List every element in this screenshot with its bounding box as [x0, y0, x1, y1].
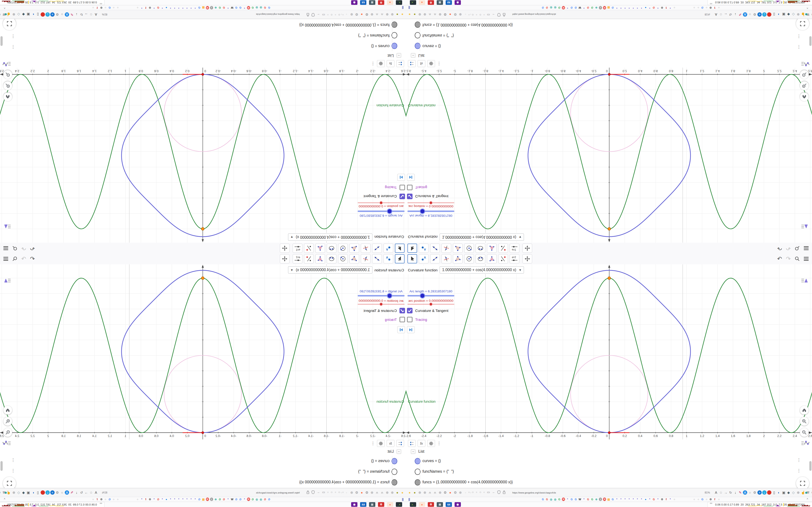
bookmark-favicon[interactable]: Я — [562, 6, 565, 9]
globe-icon[interactable]: ⊕ — [385, 12, 389, 17]
bookmark-favicon[interactable]: ● — [644, 6, 647, 9]
record-icon[interactable] — [41, 12, 45, 17]
redo-icon[interactable]: ↷ — [21, 256, 26, 262]
bookmark-favicon[interactable]: G — [222, 6, 225, 9]
back-icon[interactable]: ← — [492, 490, 495, 494]
screenshot-app-icon[interactable]: ▣ — [437, 502, 443, 507]
fullscreen-button[interactable] — [796, 477, 809, 490]
headset-icon[interactable]: ∩ — [375, 490, 379, 495]
slider-tool-button[interactable]: a=2 — [510, 243, 519, 253]
arc-length-slider-thumb[interactable] — [420, 293, 425, 299]
tab-dot-icon[interactable]: ○ — [476, 491, 477, 494]
row-kebab-icon[interactable]: ⋮ — [11, 459, 15, 461]
bookmark-favicon[interactable]: G — [235, 498, 238, 501]
scrollbar-thumb[interactable] — [809, 461, 812, 471]
bookmark-favicon[interactable]: ⚙ — [100, 6, 103, 9]
zoom-level-indicator[interactable]: 81% — [102, 13, 107, 16]
polygon-tool-button[interactable] — [349, 243, 359, 253]
box-icon[interactable]: ▣ — [26, 12, 31, 17]
system-monitor[interactable]: ˄˄ 0.06 0.00 0.17 0.89 20 263 721 34 187… — [708, 0, 812, 5]
bookmark-favicon[interactable]: G — [541, 498, 545, 501]
tab-dot-icon[interactable]: ○ — [484, 491, 485, 494]
tab-dot-icon[interactable]: ○ — [468, 491, 469, 494]
tracing-checkbox[interactable] — [407, 317, 412, 322]
forward-icon[interactable]: → — [84, 490, 89, 495]
globe-icon[interactable]: ⊕ — [423, 490, 427, 495]
chevron-down-icon[interactable]: ▼ — [290, 235, 293, 239]
zoom-level-indicator[interactable]: 81% — [705, 13, 710, 16]
firefox-icon[interactable]: ● — [448, 12, 452, 17]
search-icon[interactable] — [12, 245, 17, 251]
move-view-tool-button[interactable] — [522, 243, 532, 253]
faded-icon[interactable]: ▫ — [344, 490, 349, 495]
down-circle-icon[interactable]: ↓ — [762, 490, 767, 495]
arc-position-slider-thumb[interactable] — [379, 302, 383, 306]
graphics-canvas[interactable]: -2.6-2.4-2.2-2-1.8-1.6-1.4-1.2-1-0.8-0.6… — [0, 264, 406, 439]
menu-icon[interactable] — [804, 245, 809, 251]
headset-icon[interactable]: ∩ — [375, 12, 379, 17]
bookmark-favicon[interactable]: * — [190, 498, 193, 501]
tab-circle-icon[interactable]: ○ — [479, 490, 481, 494]
bookmark-favicon[interactable]: G — [574, 6, 577, 9]
bookmark-favicon[interactable]: ○ — [717, 498, 720, 501]
function-input-value[interactable]: 1.000000000000 + cos(4.000000000000 x) — [296, 268, 370, 272]
record-icon[interactable] — [767, 490, 771, 495]
line-tool-button[interactable] — [430, 243, 440, 253]
graphics-canvas[interactable]: -2.6-2.4-2.2-2-1.8-1.6-1.4-1.2-1-0.8-0.6… — [406, 68, 812, 243]
balloon-icon[interactable]: ● — [400, 12, 405, 17]
gear-icon[interactable]: ⚙ — [355, 490, 359, 495]
algebra-row-curves[interactable]: curves = {} ⋮ — [0, 40, 406, 51]
url-field[interactable]: https://www.geogebra.org/classic/aagcxh3… — [256, 13, 300, 15]
circle-tool-button[interactable] — [338, 243, 348, 253]
bookmark-favicon[interactable]: * — [615, 6, 618, 9]
visibility-marble[interactable] — [392, 479, 397, 486]
capsule-icon[interactable]: ○ — [60, 12, 64, 17]
bookmark-favicon[interactable]: ◎ — [554, 498, 557, 501]
trash-icon[interactable]: ▯ — [36, 12, 40, 17]
globe-color-icon[interactable]: ◐ — [777, 490, 781, 495]
terminal-app-icon[interactable]: >_ — [410, 0, 416, 5]
tab-circle-icon[interactable]: ○ — [338, 13, 340, 17]
perpendicular-tool-button[interactable] — [361, 243, 370, 253]
bookmark-favicon[interactable]: ○ — [693, 6, 696, 9]
bookmark-favicon[interactable]: * — [185, 6, 189, 9]
bookmark-favicon[interactable]: G — [591, 498, 594, 501]
tree-view-button[interactable] — [396, 60, 404, 67]
bookmark-favicon[interactable]: ○ — [717, 6, 720, 9]
down-circle-icon[interactable]: ↓ — [762, 12, 767, 17]
ellipse-tool-button[interactable] — [327, 254, 337, 264]
bookmark-favicon[interactable]: ◎ — [255, 498, 258, 501]
bookmark-favicon[interactable]: * — [226, 498, 230, 501]
screenshot-app-icon[interactable]: ▣ — [369, 0, 375, 5]
chevron-down-icon[interactable]: ▼ — [519, 268, 522, 272]
home-button[interactable] — [800, 406, 809, 414]
bookmark-favicon[interactable]: ⚙ — [660, 6, 664, 9]
capsule-icon[interactable]: ○ — [60, 490, 64, 495]
bookmark-favicon[interactable]: * — [582, 498, 586, 501]
arc-length-slider-thumb[interactable] — [387, 293, 392, 299]
bookmark-favicon[interactable]: G — [235, 6, 238, 9]
bookmark-favicon[interactable]: * — [181, 6, 185, 9]
shield-icon[interactable]: ◆ — [21, 490, 26, 495]
function-input[interactable]: 1.000000000000 + cos(4.000000000000 x) ▼ — [440, 233, 524, 241]
globe-icon[interactable]: ⊕ — [796, 12, 800, 17]
visibility-marble[interactable] — [392, 469, 397, 475]
undo-icon[interactable]: ↶ — [30, 245, 35, 251]
wrench-icon[interactable]: ⚙ — [365, 490, 369, 495]
bookmark-favicon[interactable]: G — [263, 6, 266, 9]
bookmark-favicon[interactable]: G — [611, 498, 614, 501]
visibility-marble[interactable] — [392, 21, 397, 28]
shield-icon[interactable] — [311, 13, 315, 17]
bookmark-favicon[interactable]: G — [157, 498, 160, 501]
gear-icon[interactable]: ⚙ — [753, 12, 757, 17]
slider-tool-button[interactable]: a=2 — [293, 254, 302, 264]
bookmark-favicon[interactable]: G — [591, 6, 594, 9]
bookmark-favicon[interactable]: * — [648, 6, 651, 9]
bookmark-favicon[interactable]: G — [546, 498, 549, 501]
arc-position-slider-thumb[interactable] — [429, 201, 433, 205]
globe-color-icon[interactable]: ◐ — [31, 12, 35, 17]
chevron-down-icon[interactable]: ▼ — [290, 268, 293, 272]
bookmark-favicon[interactable]: ⊕ — [214, 498, 217, 501]
tab-circle-icon[interactable]: ○ — [472, 13, 474, 17]
url-field[interactable]: https://www.geogebra.org/classic/aagcxh3… — [512, 13, 556, 15]
